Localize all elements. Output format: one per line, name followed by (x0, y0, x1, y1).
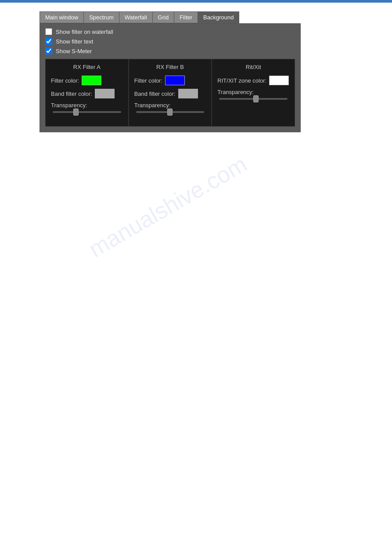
rx-filter-b-band-color-swatch[interactable] (178, 89, 198, 98)
show-filter-waterfall-row: Show filter on waterfall (45, 28, 295, 35)
tabs: Main window Spectrum Waterfall Grid Filt… (40, 11, 392, 23)
rit-xit-zone-color-row: RIT/XIT zone color: (217, 76, 289, 85)
rx-filter-b-color-label: Filter color: (134, 77, 162, 84)
rx-filter-b-title: RX Filter B (134, 64, 206, 70)
show-filter-text-row: Show filter text (45, 38, 295, 45)
show-s-meter-row: Show S-Meter (45, 47, 295, 54)
tab-waterfall[interactable]: Waterfall (119, 11, 152, 23)
rx-filter-b-slider-thumb[interactable] (167, 109, 173, 116)
rx-filter-b-band-color-label: Band filter color: (134, 91, 176, 97)
filters-container: RX Filter A Filter color: Band filter co… (45, 59, 295, 127)
rx-filter-a-slider-track[interactable] (53, 111, 121, 113)
rx-filter-a-slider-thumb[interactable] (73, 109, 79, 116)
rx-filter-a-band-color-swatch[interactable] (95, 89, 115, 98)
show-filter-waterfall-label: Show filter on waterfall (56, 29, 113, 35)
show-filter-text-checkbox[interactable] (45, 38, 52, 45)
watermark: manualshive.com (84, 151, 251, 262)
page-content: Main window Spectrum Waterfall Grid Filt… (0, 3, 392, 132)
rx-filter-a-band-color-row: Band filter color: (51, 89, 123, 98)
rx-filter-a-slider-container (51, 111, 123, 113)
rx-filter-a-color-label: Filter color: (51, 77, 79, 84)
rit-xit-transparency-label: Transparency: (217, 89, 289, 95)
rx-filter-a-color-row: Filter color: (51, 76, 123, 85)
rx-filter-b-band-color-row: Band filter color: (134, 89, 206, 98)
tab-grid[interactable]: Grid (152, 11, 174, 23)
rit-xit-zone-color-label: RIT/XIT zone color: (217, 77, 266, 84)
rit-xit-slider-container (217, 98, 289, 100)
rit-xit-title: Rit/Xit (217, 64, 289, 70)
show-s-meter-checkbox[interactable] (45, 47, 52, 54)
checkboxes-section: Show filter on waterfall Show filter tex… (45, 28, 295, 54)
tab-background[interactable]: Background (198, 11, 239, 23)
rx-filter-a-color-swatch[interactable] (82, 76, 101, 85)
rx-filter-a-transparency-label: Transparency: (51, 102, 123, 109)
rx-filter-a-title: RX Filter A (51, 64, 123, 70)
tab-filter[interactable]: Filter (174, 11, 198, 23)
show-filter-waterfall-checkbox[interactable] (45, 28, 52, 35)
show-filter-text-label: Show filter text (56, 38, 93, 45)
rx-filter-b-color-swatch[interactable] (165, 76, 185, 85)
tab-main-window[interactable]: Main window (40, 11, 83, 23)
rit-xit-zone-color-swatch[interactable] (269, 76, 289, 85)
rx-filter-b-color-row: Filter color: (134, 76, 206, 85)
rit-xit-box: Rit/Xit RIT/XIT zone color: Transparency… (212, 59, 295, 127)
rx-filter-a-band-color-label: Band filter color: (51, 91, 92, 97)
rx-filter-a-box: RX Filter A Filter color: Band filter co… (45, 59, 129, 127)
main-panel: Show filter on waterfall Show filter tex… (40, 23, 301, 132)
rx-filter-b-box: RX Filter B Filter color: Band filter co… (129, 59, 212, 127)
rit-xit-slider-thumb[interactable] (253, 95, 259, 102)
tab-spectrum[interactable]: Spectrum (83, 11, 119, 23)
rx-filter-b-slider-container (134, 111, 206, 113)
rit-xit-slider-track[interactable] (219, 98, 288, 100)
show-s-meter-label: Show S-Meter (56, 48, 92, 54)
rx-filter-b-transparency-label: Transparency: (134, 102, 206, 109)
rx-filter-b-slider-track[interactable] (136, 111, 205, 113)
